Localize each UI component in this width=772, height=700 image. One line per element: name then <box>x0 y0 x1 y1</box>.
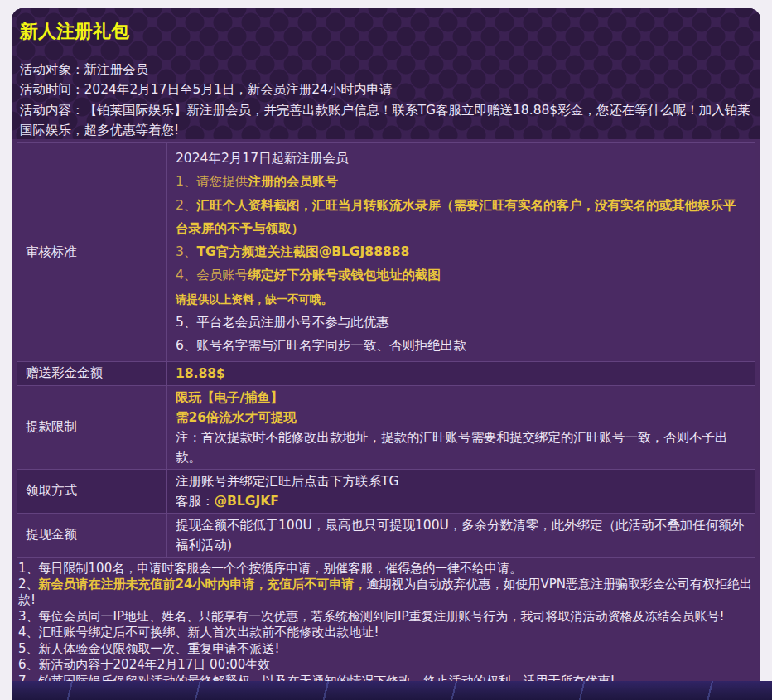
row-label-withdrawal-limit: 提款限制 <box>17 385 167 469</box>
row-label-audit-standard: 审核标准 <box>17 143 167 362</box>
row-content-withdrawal-limit: 限玩【电子/捕鱼】需26倍流水才可提现注：首次提款时不能修改出款地址，提款的汇旺… <box>167 385 755 469</box>
text-segment: 7、铂莱国际娱乐保留对活动的最终解释权，以及在无通知的情况下修改、终止活动的权利… <box>18 673 615 681</box>
text-segment: 2、 <box>176 198 196 213</box>
text-segment: 6、账号名字需与汇旺名字同步一致、否则拒绝出款 <box>176 338 466 353</box>
text-line: 请提供以上资料，缺一不可哦。 <box>176 287 746 311</box>
text-segment: 5、新人体验金仅限领取一次、重复申请不派送! <box>18 641 280 656</box>
text-segment: 注册账号并绑定汇旺后点击下方联系TG <box>176 474 398 489</box>
text-segment: 5、平台老会员注册小号不参与此优惠 <box>176 315 389 330</box>
text-line: 7、铂莱国际娱乐保留对活动的最终解释权，以及在无通知的情况下修改、终止活动的权利… <box>18 673 754 681</box>
row-content-bonus-amount: 18.88$ <box>167 361 755 385</box>
text-line: 6、新活动内容于2024年2月17日 00:00生效 <box>18 657 754 673</box>
text-line: 1、请您提供注册的会员账号 <box>176 170 746 193</box>
table-row-audit-standard: 审核标准 2024年2月17日起新注册会员1、请您提供注册的会员账号2、汇旺个人… <box>17 143 755 362</box>
text-line: 活动内容：【铂莱国际娱乐】新注册会员，并完善出款账户信息！联系TG客服立即赠送1… <box>20 100 752 141</box>
text-segment: 活动对象：新注册会员 <box>20 62 148 77</box>
row-content-withdraw-amount: 提现金额不能低于100U，最高也只可提现100U，多余分数清零，此外绑定（此活动… <box>167 513 755 557</box>
text-line: 4、汇旺账号绑定后不可换绑、新人首次出款前不能修改出款地址! <box>18 625 754 640</box>
text-segment: 6、新活动内容于2024年2月17日 00:00生效 <box>18 657 270 672</box>
text-line: 注册账号并绑定汇旺后点击下方联系TG <box>176 471 746 491</box>
promo-header: 新人注册礼包 活动对象：新注册会员活动时间：2024年2月17日至5月1日，新会… <box>12 8 760 139</box>
text-line: 活动对象：新注册会员 <box>20 60 752 80</box>
text-segment: 汇旺个人资料截图，汇旺当月转账流水录屏（需要汇旺有实名的客户，没有实名的或其他娱… <box>176 198 736 236</box>
row-content-claim-method: 注册账号并绑定汇旺后点击下方联系TG客服：@BLGJKF <box>167 469 755 513</box>
text-segment: 1、请您提供 <box>176 174 248 189</box>
row-label-claim-method: 领取方式 <box>17 469 167 513</box>
promo-detail-table: 审核标准 2024年2月17日起新注册会员1、请您提供注册的会员账号2、汇旺个人… <box>17 142 755 558</box>
activity-intro: 活动对象：新注册会员活动时间：2024年2月17日至5月1日，新会员注册24小时… <box>20 60 752 140</box>
promo-container: 新人注册礼包 活动对象：新注册会员活动时间：2024年2月17日至5月1日，新会… <box>12 8 760 681</box>
text-segment: 限玩【电子/捕鱼】 <box>176 390 283 405</box>
text-line: 活动时间：2024年2月17日至5月1日，新会员注册24小时内申请 <box>20 80 752 99</box>
text-segment: 注：首次提款时不能修改出款地址，提款的汇旺账号需要和提交绑定的汇旺账号一致，否则… <box>176 430 728 465</box>
text-segment: TG官方频道关注截图@BLGJ88888 <box>196 244 409 259</box>
text-line: 5、平台老会员注册小号不参与此优惠 <box>176 311 746 334</box>
text-segment: 新会员请在注册未充值前24小时内申请，充值后不可申请， <box>39 577 367 591</box>
text-segment: 绑定好下分账号或钱包地址的截图 <box>248 268 441 282</box>
text-line: 2、新会员请在注册未充值前24小时内申请，充值后不可申请，逾期视为自动放弃优惠，… <box>18 577 754 609</box>
text-segment: 4、会员账号 <box>176 268 248 282</box>
table-row-withdraw-amount: 提现金额 提现金额不能低于100U，最高也只可提现100U，多余分数清零，此外绑… <box>17 513 755 557</box>
row-content-audit-standard: 2024年2月17日起新注册会员1、请您提供注册的会员账号2、汇旺个人资料截图，… <box>167 143 755 362</box>
text-line: 1、每日限制100名，申请时客服会一个个按循序申请，别催客服，催得急的一律不给申… <box>18 561 754 577</box>
text-segment: 4、汇旺账号绑定后不可换绑、新人首次出款前不能修改出款地址! <box>18 625 379 640</box>
text-line: 提现金额不能低于100U，最高也只可提现100U，多余分数清零，此外绑定（此活动… <box>176 515 746 555</box>
row-label-bonus-amount: 赠送彩金金额 <box>17 361 167 385</box>
text-line: 2、汇旺个人资料截图，汇旺当月转账流水录屏（需要汇旺有实名的客户，没有实名的或其… <box>176 194 746 241</box>
text-segment: 1、每日限制100名，申请时客服会一个个按循序申请，别催客服，催得急的一律不给申… <box>18 561 522 576</box>
text-segment: 客服： <box>176 494 215 509</box>
text-line: 2024年2月17日起新注册会员 <box>176 147 746 170</box>
promo-page: 新人注册礼包 活动对象：新注册会员活动时间：2024年2月17日至5月1日，新会… <box>0 0 772 700</box>
rules-list: 1、每日限制100名，申请时客服会一个个按循序申请，别催客服，催得急的一律不给申… <box>12 558 760 681</box>
table-row-withdrawal-limit: 提款限制 限玩【电子/捕鱼】需26倍流水才可提现注：首次提款时不能修改出款地址，… <box>17 385 755 469</box>
text-segment: 3、 <box>176 244 196 259</box>
row-label-withdraw-amount: 提现金额 <box>17 513 167 557</box>
table-row-bonus-amount: 赠送彩金金额 18.88$ <box>17 361 755 385</box>
text-segment: 需26倍流水才可提现 <box>176 410 297 425</box>
text-line: 需26倍流水才可提现 <box>176 408 746 427</box>
text-segment: 2、 <box>18 577 39 591</box>
text-line: 6、账号名字需与汇旺名字同步一致、否则拒绝出款 <box>176 334 746 357</box>
text-segment: 注册的会员账号 <box>248 174 338 189</box>
text-line: 客服：@BLGJKF <box>176 491 746 511</box>
text-segment: 2024年2月17日起新注册会员 <box>176 151 349 166</box>
page-title: 新人注册礼包 <box>20 20 752 43</box>
text-line: 注：首次提款时不能修改出款地址，提款的汇旺账号需要和提交绑定的汇旺账号一致，否则… <box>176 427 746 467</box>
text-line: 4、会员账号绑定好下分账号或钱包地址的截图 <box>176 263 746 287</box>
text-segment: 提现金额不能低于100U，最高也只可提现100U，多余分数清零，此外绑定（此活动… <box>176 518 744 553</box>
text-segment: 18.88$ <box>176 366 225 381</box>
text-segment: 3、每位会员同一IP地址、姓名、只能享有一次优惠，若系统检测到同IP重复注册账号… <box>18 609 725 624</box>
text-segment: 活动内容：【铂莱国际娱乐】新注册会员，并完善出款账户信息！联系TG客服立即赠送1… <box>20 103 750 138</box>
footer-band <box>12 681 772 700</box>
text-segment: @BLGJKF <box>215 494 279 509</box>
text-line: 18.88$ <box>176 364 746 384</box>
text-line: 3、TG官方频道关注截图@BLGJ88888 <box>176 240 746 263</box>
text-line: 5、新人体验金仅限领取一次、重复申请不派送! <box>18 641 754 657</box>
table-row-claim-method: 领取方式 注册账号并绑定汇旺后点击下方联系TG客服：@BLGJKF <box>17 469 755 513</box>
text-line: 限玩【电子/捕鱼】 <box>176 388 746 408</box>
text-segment: 活动时间：2024年2月17日至5月1日，新会员注册24小时内申请 <box>20 82 392 97</box>
text-line: 3、每位会员同一IP地址、姓名、只能享有一次优惠，若系统检测到同IP重复注册账号… <box>18 609 754 625</box>
text-segment: 请提供以上资料，缺一不可哦。 <box>176 292 332 306</box>
